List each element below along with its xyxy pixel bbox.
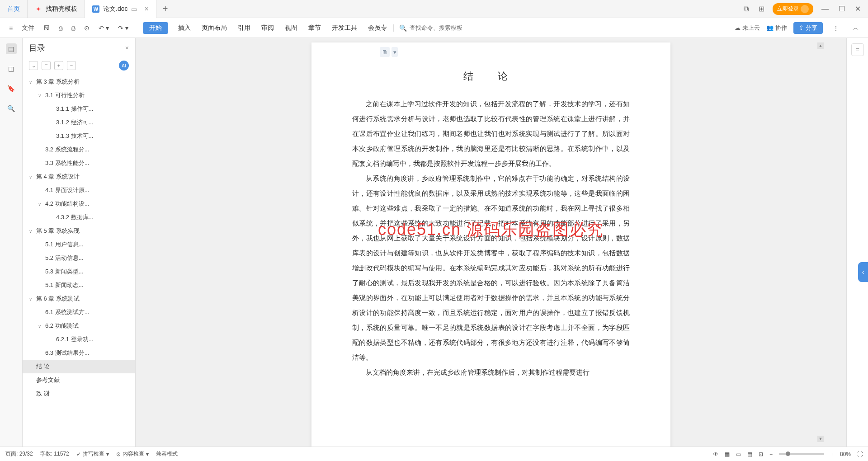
login-button[interactable]: 立即登录 [773,3,813,15]
tree-toggle-icon[interactable]: ∨ [29,80,34,85]
apps-icon[interactable]: ⊞ [757,3,766,15]
tab-add[interactable]: + [156,4,175,14]
fullscreen-icon[interactable]: ⛶ [857,451,863,457]
save-icon[interactable]: 🖫 [40,22,53,34]
outline-add[interactable]: + [54,61,63,70]
menu-icon[interactable]: ≡ [5,22,16,34]
status-spellcheck[interactable]: ✓拼写检查 ▾ [76,450,109,458]
outline-collapse-all[interactable]: ⌄ [29,61,38,70]
side-feedback-tab[interactable]: ‹ [858,262,868,282]
outline-item[interactable]: 5.1 用户信息... [23,238,135,251]
status-compat[interactable]: 兼容模式 [156,450,178,458]
search-input[interactable] [410,24,482,31]
tree-toggle-icon[interactable]: ∨ [38,93,43,98]
tree-toggle-icon[interactable]: ∨ [29,229,34,234]
tree-toggle-icon[interactable]: ∨ [29,296,34,301]
close-button[interactable]: ✕ [853,3,863,15]
cloud-status[interactable]: ☁未上云 [735,24,760,32]
outline-item[interactable]: ∨3.1 可行性分析 [23,89,135,102]
scroll-down[interactable]: ▼ [817,436,824,442]
outline-ai[interactable]: AI [119,61,129,71]
menu-tab-start[interactable]: 开始 [143,22,168,34]
outline-item[interactable]: 6.3 测试结果分... [23,346,135,360]
outline-item[interactable]: 3.1.2 经济可... [23,116,135,129]
preview-icon[interactable]: ⊙ [80,22,93,34]
tree-toggle-icon[interactable]: ∨ [29,174,34,179]
zoom-in[interactable]: + [830,451,834,457]
outline-item[interactable]: ∨6.2 功能测试 [23,319,135,333]
outline-item[interactable]: ∨第 6 章 系统测试 [23,292,135,306]
collapse-icon[interactable]: ︿ [849,21,863,35]
scrollbar[interactable]: ▲ ▼ [817,42,824,442]
outline-close[interactable]: × [125,44,129,52]
redo-icon[interactable]: ↷ ▾ [114,22,132,34]
outline-item[interactable]: ∨第 3 章 系统分析 [23,75,135,89]
menu-tab-member[interactable]: 会员专 [367,22,388,34]
menu-tab-reference[interactable]: 引用 [237,22,251,34]
menu-tab-chapter[interactable]: 章节 [307,22,322,34]
scroll-up[interactable]: ▲ [817,42,824,49]
page-tool-icon[interactable]: 🗎 [380,47,390,57]
more-icon[interactable]: ⋮ [829,22,843,34]
save-as-icon[interactable]: ⎙ [55,22,66,34]
outline-item[interactable]: ∨第 5 章 系统实现 [23,224,135,238]
outline-tree[interactable]: ∨第 3 章 系统分析∨3.1 可行性分析3.1.1 操作可...3.1.2 经… [23,73,135,447]
tab-template[interactable]: ✦ 找稻壳模板 [28,0,85,18]
layout-icon[interactable]: ⧉ [742,3,750,15]
view-read-icon[interactable]: 👁 [713,451,718,457]
outline-item[interactable]: 参考文献 [23,373,135,387]
view-outline-icon[interactable]: ▤ [747,451,752,457]
sidebar-outline[interactable]: ▤ [6,43,17,54]
right-panel-toggle[interactable]: ≡ [851,43,864,56]
zoom-value[interactable]: 80% [840,451,851,457]
outline-item[interactable]: 3.2 系统流程分... [23,143,135,156]
minimize-button[interactable]: — [820,3,830,15]
menu-tab-insert[interactable]: 插入 [177,22,192,34]
outline-item[interactable]: 3.3 系统性能分... [23,156,135,170]
outline-item[interactable]: ∨4.2 功能结构设... [23,197,135,211]
sidebar-bookmark[interactable]: 🔖 [6,83,17,94]
share-button[interactable]: ⇧分享 [793,22,823,34]
menu-tab-review[interactable]: 审阅 [260,22,275,34]
undo-icon[interactable]: ↶ ▾ [95,22,113,34]
outline-remove[interactable]: − [67,61,76,70]
outline-item[interactable]: 5.3 新闻类型... [23,265,135,278]
zoom-out[interactable]: − [769,451,773,457]
tree-toggle-icon[interactable]: ∨ [38,202,43,207]
status-page[interactable]: 页面: 29/32 [5,450,33,458]
outline-expand-all[interactable]: ⌃ [42,61,51,70]
print-icon[interactable]: ⎙ [68,22,79,34]
outline-item[interactable]: 6.1 系统测试方... [23,306,135,319]
outline-item[interactable]: 3.1.1 操作可... [23,102,135,116]
outline-item[interactable]: ∨第 4 章 系统设计 [23,170,135,183]
outline-item[interactable]: 5.1 新闻动态... [23,278,135,292]
page-tool-dropdown[interactable]: ▾ [392,47,398,57]
status-wordcount[interactable]: 字数: 11572 [40,450,69,458]
sidebar-nav[interactable]: ◫ [6,63,17,74]
zoom-slider[interactable] [779,453,824,455]
outline-item[interactable]: 6.2.1 登录功... [23,333,135,346]
view-page-icon[interactable]: ▦ [725,451,730,457]
sidebar-search[interactable]: 🔍 [6,103,17,114]
menu-tab-dev[interactable]: 开发工具 [331,22,358,34]
outline-item[interactable]: 致 谢 [23,387,135,400]
menu-tab-layout[interactable]: 页面布局 [201,22,228,34]
collab-button[interactable]: 👥协作 [766,24,787,32]
menu-tab-view[interactable]: 视图 [284,22,298,34]
tab-home[interactable]: 首页 [0,0,28,18]
command-search[interactable]: 🔍 [393,24,482,32]
outline-item[interactable]: 3.1.3 技术可... [23,129,135,143]
outline-item[interactable]: 4.3.2 数据库... [23,211,135,224]
tab-close[interactable]: × [144,5,148,13]
tab-document[interactable]: W 论文.doc ▭ × [85,0,156,18]
outline-item[interactable]: 结 论 [23,360,135,373]
tree-toggle-icon[interactable]: ∨ [38,324,43,329]
file-menu[interactable]: 文件 [18,21,38,35]
maximize-button[interactable]: ☐ [837,3,847,15]
view-web-icon[interactable]: ▭ [736,451,741,457]
document-area[interactable]: 🗎 ▾ 结 论 之前在课本上学习过软件开发的知识，包括开发流程的了解，开发技术的… [136,38,846,447]
outline-item[interactable]: 5.2 活动信息... [23,251,135,265]
tab-window-icon[interactable]: ▭ [131,5,137,13]
outline-item[interactable]: 4.1 界面设计原... [23,183,135,197]
status-content-check[interactable]: ⊙内容检查 ▾ [116,450,149,458]
